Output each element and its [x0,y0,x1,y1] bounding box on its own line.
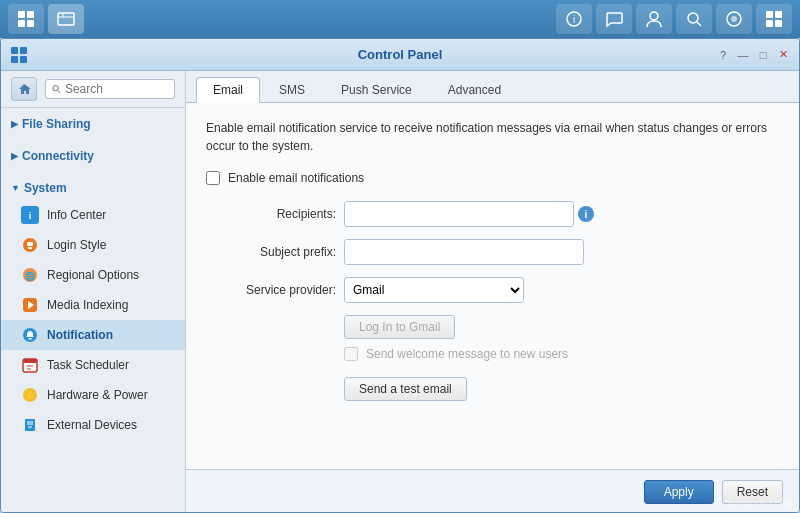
notifications-taskbar-icon[interactable]: i [556,4,592,34]
email-panel-content: Enable email notification service to rec… [186,103,799,469]
system-section: ▼ System i Info Center Login Style [1,172,185,444]
sidebar-item-info-center[interactable]: i Info Center [1,200,185,230]
title-bar: Control Panel ? — □ ✕ [1,39,799,71]
svg-line-21 [58,91,60,93]
connectivity-label: Connectivity [22,149,94,163]
search-taskbar-icon[interactable] [676,4,712,34]
subject-prefix-input[interactable] [344,239,584,265]
svg-rect-41 [28,426,32,428]
email-description: Enable email notification service to rec… [206,119,779,155]
file-sharing-header[interactable]: ▶ File Sharing [1,112,185,136]
sidebar-item-hardware-power[interactable]: ⚡ Hardware & Power [1,380,185,410]
tabs-bar: Email SMS Push Service Advanced [186,71,799,103]
external-devices-label: External Devices [47,418,137,432]
svg-rect-25 [27,242,33,246]
media-indexing-label: Media Indexing [47,298,128,312]
svg-point-20 [53,85,58,90]
chevron-down-icon-sys: ▼ [11,183,20,193]
login-style-label: Login Style [47,238,106,252]
tab-advanced[interactable]: Advanced [431,77,518,102]
tab-push-service[interactable]: Push Service [324,77,429,102]
test-email-button[interactable]: Send a test email [344,377,467,401]
chevron-right-icon: ▶ [11,119,18,129]
svg-rect-26 [28,247,32,249]
login-button-row: Log In to Gmail [344,315,779,339]
svg-rect-17 [20,47,27,54]
apps-taskbar-icon[interactable] [8,4,44,34]
svg-rect-15 [775,20,782,27]
svg-rect-40 [27,421,33,425]
user-taskbar-icon[interactable] [636,4,672,34]
service-provider-row: Service provider: Gmail Yahoo Outlook Cu… [206,277,779,303]
svg-text:i: i [29,211,32,221]
close-button[interactable]: ✕ [775,47,791,63]
service-provider-select[interactable]: Gmail Yahoo Outlook Custom [344,277,524,303]
connectivity-header[interactable]: ▶ Connectivity [1,144,185,168]
media-indexing-icon [21,296,39,314]
main-panel: Email SMS Push Service Advanced Enable e… [186,71,799,513]
minimize-button[interactable]: — [735,47,751,63]
search-icon [52,84,61,94]
svg-rect-16 [11,47,18,54]
regional-options-label: Regional Options [47,268,139,282]
svg-rect-1 [27,11,34,18]
window-title: Control Panel [358,47,443,62]
tab-email[interactable]: Email [196,77,260,103]
system-label: System [24,181,67,195]
svg-point-8 [688,13,698,23]
send-welcome-row: Send welcome message to new users [344,347,779,361]
synology-logo-icon [9,45,29,65]
file-manager-taskbar-icon[interactable] [48,4,84,34]
layout-taskbar-icon[interactable] [756,4,792,34]
taskbar: i [0,0,800,38]
chevron-right-icon-conn: ▶ [11,151,18,161]
enable-email-label: Enable email notifications [228,171,364,185]
apply-button[interactable]: Apply [644,480,714,504]
recipients-info-icon[interactable]: i [578,206,594,222]
sidebar-search-box[interactable] [45,79,175,99]
title-bar-logo-area [9,45,29,65]
tab-sms[interactable]: SMS [262,77,322,102]
enable-notifications-row: Enable email notifications [206,171,779,185]
hardware-power-icon: ⚡ [21,386,39,404]
task-scheduler-label: Task Scheduler [47,358,129,372]
sidebar-item-notification[interactable]: Notification [1,320,185,350]
home-button[interactable] [11,77,37,101]
sidebar-item-regional[interactable]: 🌐 Regional Options [1,260,185,290]
info-center-icon: i [21,206,39,224]
synology-assistant-icon[interactable] [716,4,752,34]
system-header[interactable]: ▼ System [1,176,185,200]
sidebar-home-row [1,71,185,108]
task-scheduler-icon [21,356,39,374]
hardware-power-label: Hardware & Power [47,388,148,402]
send-welcome-checkbox[interactable] [344,347,358,361]
sidebar-item-login-style[interactable]: Login Style [1,230,185,260]
help-button[interactable]: ? [715,47,731,63]
svg-rect-12 [766,11,773,18]
external-devices-icon [21,416,39,434]
recipients-input-group: i [344,201,594,227]
window-controls: ? — □ ✕ [715,47,791,63]
enable-email-checkbox[interactable] [206,171,220,185]
search-input[interactable] [65,82,168,96]
svg-rect-32 [29,338,32,340]
connectivity-section: ▶ Connectivity [1,140,185,172]
info-center-label: Info Center [47,208,106,222]
maximize-button[interactable]: □ [755,47,771,63]
regional-icon: 🌐 [21,266,39,284]
watermark: Synology DSM [726,498,792,509]
chat-taskbar-icon[interactable] [596,4,632,34]
subject-prefix-row: Subject prefix: [206,239,779,265]
sidebar-item-media-indexing[interactable]: Media Indexing [1,290,185,320]
svg-rect-0 [18,11,25,18]
sidebar-item-external-devices[interactable]: External Devices [1,410,185,440]
login-style-icon [21,236,39,254]
login-gmail-button[interactable]: Log In to Gmail [344,315,455,339]
svg-rect-4 [58,13,74,25]
recipients-input[interactable] [344,201,574,227]
file-sharing-label: File Sharing [22,117,91,131]
sidebar-item-task-scheduler[interactable]: Task Scheduler [1,350,185,380]
svg-rect-14 [766,20,773,27]
content-area: ▶ File Sharing ▶ Connectivity ▼ System [1,71,799,513]
svg-point-7 [650,12,658,20]
